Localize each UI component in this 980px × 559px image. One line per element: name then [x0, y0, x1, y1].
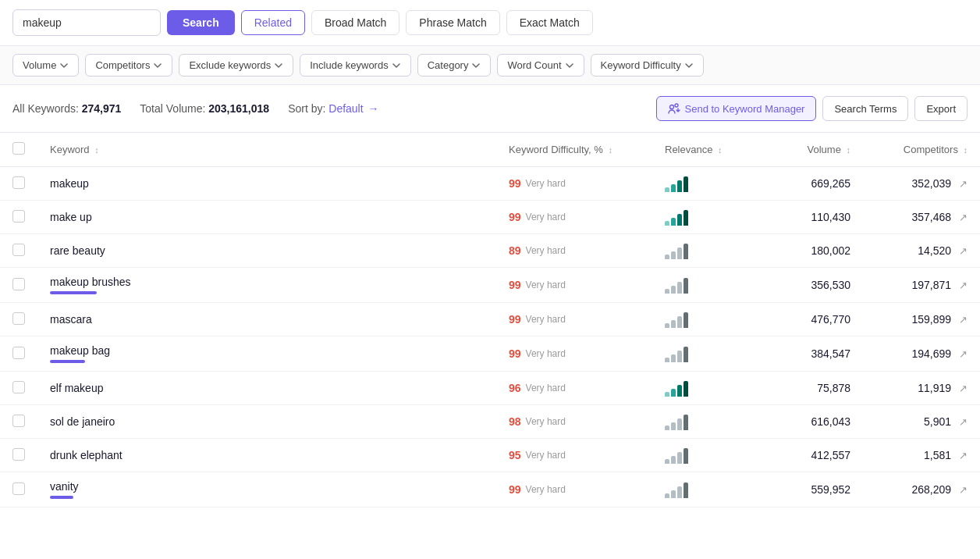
- chevron-down-icon: [153, 61, 162, 70]
- send-to-keyword-manager-button[interactable]: Send to Keyword Manager: [656, 96, 817, 121]
- difficulty-label: Very hard: [526, 314, 566, 325]
- external-link-icon[interactable]: ↗: [959, 348, 968, 360]
- difficulty-label: Very hard: [526, 178, 566, 189]
- external-link-icon[interactable]: ↗: [959, 484, 968, 496]
- stats-actions: Send to Keyword Manager Search Terms Exp…: [656, 96, 968, 121]
- volume-value: 356,530: [811, 279, 850, 291]
- filter-keyword-difficulty[interactable]: Keyword Difficulty: [591, 54, 704, 77]
- table-row: mascara 99 Very hard 476,770 159,899 ↗: [0, 303, 980, 336]
- th-competitors[interactable]: Competitors ↕: [863, 133, 980, 167]
- difficulty-cell: 89 Very hard: [509, 244, 640, 257]
- send-manager-icon: [668, 102, 680, 115]
- row-checkbox[interactable]: [12, 244, 25, 256]
- td-checkbox: [0, 201, 37, 234]
- td-competitors: 11,919 ↗: [863, 372, 980, 405]
- keyword-cell: elf makeup: [50, 382, 484, 394]
- chevron-down-icon: [392, 61, 401, 70]
- tab-broad-match[interactable]: Broad Match: [311, 10, 399, 35]
- filter-volume[interactable]: Volume: [12, 54, 79, 77]
- external-link-icon[interactable]: ↗: [959, 416, 968, 428]
- table-row: elf makeup 96 Very hard 75,878 11,919 ↗: [0, 372, 980, 405]
- row-checkbox[interactable]: [12, 278, 25, 290]
- difficulty-label: Very hard: [526, 484, 566, 495]
- td-volume: 356,530: [762, 268, 863, 303]
- difficulty-cell: 98 Very hard: [509, 415, 640, 428]
- relevance-bars: [665, 345, 749, 362]
- external-link-icon[interactable]: ↗: [959, 178, 968, 190]
- competitors-value: 11,919: [918, 382, 951, 394]
- volume-value: 110,430: [811, 211, 850, 223]
- sort-arrow-icon: →: [368, 102, 379, 115]
- td-checkbox: [0, 167, 37, 201]
- external-link-icon[interactable]: ↗: [959, 245, 968, 257]
- keyword-cell: makeup brushes: [50, 276, 484, 294]
- sort-default-link[interactable]: Default: [328, 102, 363, 115]
- row-checkbox[interactable]: [12, 482, 25, 495]
- external-link-icon[interactable]: ↗: [959, 383, 968, 394]
- row-checkbox[interactable]: [12, 210, 25, 223]
- filter-word-count[interactable]: Word Count: [497, 54, 584, 77]
- row-checkbox[interactable]: [12, 415, 25, 427]
- row-checkbox[interactable]: [12, 347, 25, 359]
- relevance-bars: [665, 413, 749, 430]
- external-link-icon[interactable]: ↗: [959, 314, 968, 326]
- filter-competitors[interactable]: Competitors: [85, 54, 172, 77]
- table-row: makeup bag 99 Very hard 384,547 194,699 …: [0, 336, 980, 372]
- external-link-icon[interactable]: ↗: [959, 212, 968, 223]
- table-row: sol de janeiro 98 Very hard 616,043 5,90…: [0, 405, 980, 439]
- search-input[interactable]: [12, 9, 161, 36]
- td-difficulty: 99 Very hard: [496, 167, 652, 201]
- filter-bar: Volume Competitors Exclude keywords Incl…: [0, 46, 980, 85]
- td-difficulty: 99 Very hard: [496, 201, 652, 234]
- td-keyword: drunk elephant: [37, 439, 496, 472]
- difficulty-cell: 99 Very hard: [509, 211, 640, 223]
- chevron-down-icon: [684, 61, 694, 70]
- relevance-bars: [665, 276, 749, 294]
- search-bar: Search Related Broad Match Phrase Match …: [0, 0, 980, 46]
- chevron-down-icon: [274, 61, 283, 70]
- td-volume: 180,002: [762, 234, 863, 268]
- row-checkbox[interactable]: [12, 381, 25, 393]
- th-relevance[interactable]: Relevance ↕: [652, 133, 762, 167]
- tab-exact-match[interactable]: Exact Match: [506, 10, 593, 35]
- filter-category[interactable]: Category: [417, 54, 492, 77]
- filter-include-keywords[interactable]: Include keywords: [300, 54, 410, 77]
- sort-volume-icon: ↕: [847, 145, 851, 155]
- sort-difficulty-icon: ↕: [609, 145, 613, 155]
- th-keyword[interactable]: Keyword ↕: [37, 133, 496, 167]
- th-volume[interactable]: Volume ↕: [762, 133, 863, 167]
- td-keyword: makeup: [37, 167, 496, 201]
- td-relevance: [652, 303, 762, 336]
- external-link-icon[interactable]: ↗: [959, 280, 968, 291]
- sort-keyword-icon: ↕: [94, 145, 99, 155]
- filter-exclude-keywords[interactable]: Exclude keywords: [179, 54, 293, 77]
- row-checkbox[interactable]: [12, 176, 25, 189]
- tab-related[interactable]: Related: [241, 10, 305, 35]
- export-button[interactable]: Export: [914, 96, 968, 121]
- th-difficulty[interactable]: Keyword Difficulty, % ↕: [496, 133, 652, 167]
- difficulty-label: Very hard: [526, 348, 566, 359]
- keyword-text: mascara: [50, 313, 484, 326]
- search-terms-button[interactable]: Search Terms: [822, 96, 908, 121]
- keyword-cell: mascara: [50, 313, 484, 326]
- difficulty-number: 99: [509, 177, 521, 190]
- sort-competitors-icon: ↕: [964, 145, 968, 155]
- keyword-text: makeup bag: [50, 344, 484, 357]
- search-button[interactable]: Search: [167, 10, 235, 35]
- row-checkbox[interactable]: [12, 448, 25, 461]
- td-volume: 110,430: [762, 201, 863, 234]
- select-all-checkbox[interactable]: [12, 142, 25, 155]
- td-relevance: [652, 201, 762, 234]
- row-checkbox[interactable]: [12, 312, 25, 325]
- tab-phrase-match[interactable]: Phrase Match: [406, 10, 499, 35]
- td-keyword: rare beauty: [37, 234, 496, 268]
- td-checkbox: [0, 268, 37, 303]
- keyword-cell: sol de janeiro: [50, 415, 484, 428]
- keyword-cell: drunk elephant: [50, 449, 484, 461]
- td-relevance: [652, 336, 762, 372]
- td-relevance: [652, 405, 762, 439]
- td-relevance: [652, 372, 762, 405]
- keyword-text: makeup: [50, 177, 484, 190]
- external-link-icon[interactable]: ↗: [959, 450, 968, 461]
- difficulty-cell: 99 Very hard: [509, 177, 640, 190]
